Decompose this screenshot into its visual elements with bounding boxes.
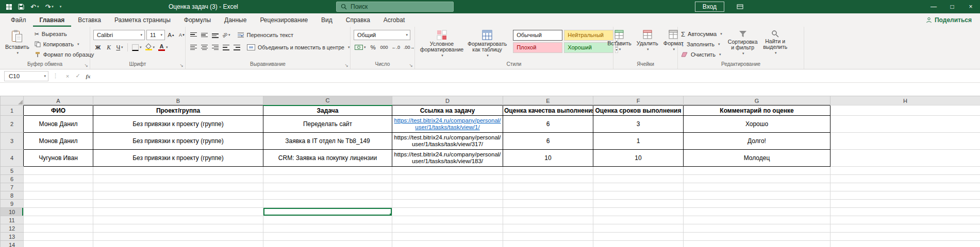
grid-cell[interactable] bbox=[93, 167, 263, 175]
comma-style-button[interactable]: 000 bbox=[379, 42, 389, 52]
grid-cell[interactable] bbox=[830, 208, 980, 216]
underline-button[interactable]: Ч▾ bbox=[115, 42, 124, 52]
grid-cell[interactable] bbox=[93, 175, 263, 183]
tab-help[interactable]: Справка bbox=[339, 13, 377, 27]
grid-cell[interactable] bbox=[593, 191, 684, 200]
grid-cell[interactable] bbox=[503, 233, 593, 241]
ribbon-display-options-button[interactable] bbox=[730, 0, 749, 13]
cell-g3[interactable]: Долго! bbox=[684, 133, 830, 150]
grid-cell[interactable] bbox=[392, 191, 503, 200]
grid-cell[interactable] bbox=[684, 167, 830, 175]
cell-style-normal[interactable]: Обычный bbox=[513, 30, 562, 41]
cell-f4[interactable]: 10 bbox=[593, 150, 684, 167]
cell-f3[interactable]: 1 bbox=[593, 133, 684, 150]
column-header-h[interactable]: H bbox=[830, 96, 980, 105]
cell-e1[interactable]: Оценка качества выполнения bbox=[503, 105, 593, 116]
cell-f1[interactable]: Оценка сроков выполнения bbox=[593, 105, 684, 116]
grid-cell[interactable] bbox=[392, 216, 503, 224]
cell-style-bad[interactable]: Плохой bbox=[513, 42, 562, 53]
cell-d1[interactable]: Ссылка на задачу bbox=[392, 105, 503, 116]
enter-entry-button[interactable]: ✓ bbox=[73, 73, 83, 79]
grid-cell[interactable] bbox=[263, 167, 392, 175]
align-middle-button[interactable] bbox=[200, 30, 209, 40]
alignment-dialog-launcher[interactable]: ↘ bbox=[344, 63, 348, 68]
row-header-6[interactable]: 6 bbox=[1, 175, 24, 183]
grid-cell[interactable] bbox=[593, 208, 684, 216]
grid-cell[interactable] bbox=[503, 191, 593, 200]
accounting-format-button[interactable]: ▾ bbox=[354, 42, 367, 52]
grid-cell[interactable] bbox=[24, 208, 93, 216]
grid-cell[interactable] bbox=[93, 224, 263, 233]
tab-review[interactable]: Рецензирование bbox=[253, 13, 314, 27]
sign-in-button[interactable]: Вход bbox=[695, 2, 724, 12]
grid-cell[interactable] bbox=[684, 191, 830, 200]
grid-cell[interactable] bbox=[593, 167, 684, 175]
close-button[interactable]: × bbox=[961, 0, 980, 13]
grid-cell[interactable] bbox=[684, 183, 830, 191]
grid-cell[interactable] bbox=[263, 200, 392, 208]
grid-cell[interactable] bbox=[684, 241, 830, 247]
grid-cell[interactable] bbox=[263, 183, 392, 191]
row-header-5[interactable]: 5 bbox=[1, 167, 24, 175]
grid-cell[interactable] bbox=[24, 183, 93, 191]
grid-cell[interactable] bbox=[593, 216, 684, 224]
font-dialog-launcher[interactable]: ↘ bbox=[179, 63, 184, 68]
row-header-1[interactable]: 1 bbox=[1, 105, 24, 116]
grid-cell[interactable] bbox=[392, 200, 503, 208]
qat-customize-button[interactable]: ▾ bbox=[60, 5, 62, 9]
fill-handle[interactable] bbox=[390, 214, 392, 216]
cell-g4[interactable]: Молодец bbox=[684, 150, 830, 167]
grid-cell[interactable] bbox=[392, 167, 503, 175]
cell-f2[interactable]: 3 bbox=[593, 116, 684, 133]
row-header-12[interactable]: 12 bbox=[1, 224, 24, 233]
grid-cell[interactable] bbox=[830, 183, 980, 191]
grid-cell[interactable] bbox=[93, 241, 263, 247]
increase-decimal-button[interactable]: ←.0 bbox=[391, 42, 402, 52]
undo-button[interactable]: ↶▾ bbox=[30, 3, 39, 11]
app-menu-icon[interactable] bbox=[6, 4, 12, 10]
grid-cell[interactable] bbox=[93, 216, 263, 224]
grid-cell[interactable] bbox=[24, 167, 93, 175]
grid-cell[interactable] bbox=[93, 200, 263, 208]
minimize-button[interactable]: — bbox=[924, 0, 943, 13]
grid-cell[interactable] bbox=[503, 167, 593, 175]
grid-cell[interactable] bbox=[830, 105, 980, 116]
grid-cell[interactable] bbox=[684, 175, 830, 183]
font-name-combo[interactable]: Calibri▾ bbox=[93, 30, 145, 40]
grid-cell[interactable] bbox=[503, 183, 593, 191]
grid-cell[interactable] bbox=[392, 241, 503, 247]
grid-cell[interactable] bbox=[503, 241, 593, 247]
search-box[interactable] bbox=[336, 2, 454, 12]
font-size-combo[interactable]: 11▾ bbox=[146, 30, 165, 40]
tab-acrobat[interactable]: Acrobat bbox=[377, 13, 411, 27]
grid-cell[interactable] bbox=[263, 175, 392, 183]
grid-cell[interactable] bbox=[392, 208, 503, 216]
orientation-button[interactable]: ab▾ bbox=[221, 30, 231, 40]
borders-button[interactable]: ▾ bbox=[131, 42, 143, 52]
cut-button[interactable]: ✂Вырезать bbox=[35, 29, 94, 39]
row-header-11[interactable]: 11 bbox=[1, 216, 24, 224]
grid-cell[interactable] bbox=[593, 183, 684, 191]
grid-cell[interactable] bbox=[830, 200, 980, 208]
row-header-8[interactable]: 8 bbox=[1, 191, 24, 200]
increase-indent-button[interactable] bbox=[232, 42, 241, 52]
clear-button[interactable]: Очистить▾ bbox=[681, 49, 722, 60]
cell-d4[interactable]: https://test.bitrix24.ru/company/persona… bbox=[392, 150, 503, 167]
share-button[interactable]: Поделиться bbox=[918, 13, 980, 27]
increase-font-size-button[interactable]: А▲ bbox=[167, 30, 176, 40]
row-header-9[interactable]: 9 bbox=[1, 200, 24, 208]
grid-cell[interactable] bbox=[593, 233, 684, 241]
grid-cell[interactable] bbox=[503, 200, 593, 208]
cell-c3[interactable]: Заявка в IT отдел № Tb8_149 bbox=[263, 133, 392, 150]
cell-b2[interactable]: Без привязки к проекту (группе) bbox=[93, 116, 263, 133]
grid-cell[interactable] bbox=[830, 191, 980, 200]
grid-cell[interactable] bbox=[684, 224, 830, 233]
align-right-button[interactable] bbox=[210, 42, 220, 52]
insert-cells-button[interactable]: Вставить ▾ bbox=[605, 29, 634, 60]
column-header-c[interactable]: C bbox=[263, 96, 392, 105]
name-box[interactable]: C10▾ bbox=[4, 71, 48, 81]
grid-cell[interactable] bbox=[684, 208, 830, 216]
column-header-e[interactable]: E bbox=[503, 96, 593, 105]
row-header-4[interactable]: 4 bbox=[1, 150, 24, 167]
grid-cell[interactable] bbox=[830, 116, 980, 133]
